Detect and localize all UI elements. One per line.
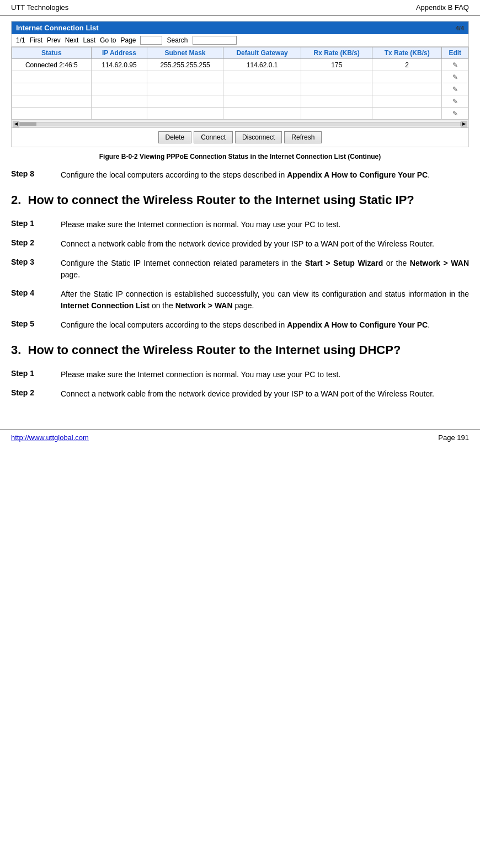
s3-step-2-block: Step 2 Connect a network cable from the … — [11, 388, 469, 400]
page-header: UTT Technologies Appendix B FAQ — [0, 0, 480, 15]
table-cell — [12, 71, 92, 83]
connection-list-title: Internet Connection List — [16, 24, 99, 32]
s2-step-3-label: Step 3 — [11, 258, 61, 281]
col-ip-address: IP Address — [91, 47, 147, 59]
edit-cell[interactable]: ✎ — [442, 71, 468, 83]
edit-cell[interactable]: ✎ — [442, 95, 468, 108]
table-cell — [147, 83, 223, 95]
search-label: Search — [167, 36, 188, 44]
table-cell: 2 — [372, 59, 442, 71]
horizontal-scrollbar[interactable]: ◀ ▶ — [12, 120, 468, 127]
page-content: Internet Connection List 4/4 1/1 First P… — [0, 15, 480, 419]
s2-step-4-block: Step 4 After the Static IP connection is… — [11, 288, 469, 312]
section-3-number: 3. — [11, 343, 21, 357]
table-cell — [223, 95, 301, 108]
table-cell — [223, 71, 301, 83]
section-2-heading: 2. How to connect the Wireless Router to… — [11, 192, 469, 209]
section-3-heading: 3. How to connect the Wireless Router to… — [11, 342, 469, 359]
s3-step-2-text: Connect a network cable from the network… — [61, 388, 469, 400]
table-header-row: Status IP Address Subnet Mask Default Ga… — [12, 47, 468, 59]
connect-button[interactable]: Connect — [194, 131, 233, 143]
table-cell — [372, 95, 442, 108]
col-rx-rate: Rx Rate (KB/s) — [301, 47, 372, 59]
table-cell — [372, 71, 442, 83]
table-cell — [147, 108, 223, 120]
col-subnet-mask: Subnet Mask — [147, 47, 223, 59]
table-row: ✎ — [12, 83, 468, 95]
table-cell: Connected 2:46:5 — [12, 59, 92, 71]
table-cell: 114.62.0.1 — [223, 59, 301, 71]
table-cell — [223, 108, 301, 120]
connection-list-widget: Internet Connection List 4/4 1/1 First P… — [11, 21, 469, 147]
pagination-last[interactable]: Last — [83, 36, 95, 44]
edit-cell[interactable]: ✎ — [442, 59, 468, 71]
table-cell: 255.255.255.255 — [147, 59, 223, 71]
pagination-next[interactable]: Next — [65, 36, 79, 44]
table-cell — [12, 95, 92, 108]
step-8-text: Configure the local computers according … — [61, 169, 469, 181]
goto-label: Go to — [100, 36, 116, 44]
pagination-prev[interactable]: Prev — [47, 36, 61, 44]
section-3-title: How to connect the Wireless Router to th… — [28, 343, 401, 357]
refresh-button[interactable]: Refresh — [284, 131, 322, 143]
figure-caption: Figure B-0-2 Viewing PPPoE Connection St… — [11, 153, 469, 160]
table-cell — [91, 95, 147, 108]
s2-step-1-label: Step 1 — [11, 219, 61, 231]
table-row: ✎ — [12, 108, 468, 120]
s2-step-2-label: Step 2 — [11, 238, 61, 250]
page-count-badge: 4/4 — [456, 25, 464, 31]
table-cell — [372, 83, 442, 95]
scroll-track[interactable] — [19, 122, 461, 126]
table-cell — [147, 71, 223, 83]
table-row: ✎ — [12, 95, 468, 108]
s2-step-3-text: Configure the Static IP Internet connect… — [61, 258, 469, 281]
connection-table: Status IP Address Subnet Mask Default Ga… — [12, 47, 468, 120]
pagination-bar: 1/1 First Prev Next Last Go to Page Sear… — [12, 34, 468, 47]
s2-step-2-text: Connect a network cable from the network… — [61, 238, 469, 250]
s2-step-4-text: After the Static IP connection is establ… — [61, 288, 469, 312]
footer-link[interactable]: http://www.uttglobal.com — [11, 433, 89, 442]
table-cell — [301, 83, 372, 95]
edit-cell[interactable]: ✎ — [442, 83, 468, 95]
col-tx-rate: Tx Rate (KB/s) — [372, 47, 442, 59]
header-left: UTT Technologies — [11, 3, 68, 12]
page-label: Page — [120, 36, 136, 44]
s2-step-5-block: Step 5 Configure the local computers acc… — [11, 319, 469, 331]
pagination-first[interactable]: First — [30, 36, 42, 44]
table-cell — [372, 108, 442, 120]
step-8-label: Step 8 — [11, 169, 61, 181]
table-wrapper: Status IP Address Subnet Mask Default Ga… — [12, 47, 468, 120]
disconnect-button[interactable]: Disconnect — [235, 131, 282, 143]
step-8-block: Step 8 Configure the local computers acc… — [11, 169, 469, 181]
table-cell — [147, 95, 223, 108]
page-footer: http://www.uttglobal.com Page 191 — [0, 430, 480, 445]
s2-step-1-text: Please make sure the Internet connection… — [61, 219, 469, 231]
search-input[interactable] — [193, 36, 237, 45]
delete-button[interactable]: Delete — [158, 131, 192, 143]
scroll-thumb[interactable] — [20, 122, 36, 126]
s3-step-1-label: Step 1 — [11, 369, 61, 381]
table-row: Connected 2:46:5114.62.0.95255.255.255.2… — [12, 59, 468, 71]
s2-step-2-block: Step 2 Connect a network cable from the … — [11, 238, 469, 250]
s2-step-5-label: Step 5 — [11, 319, 61, 331]
col-default-gateway: Default Gateway — [223, 47, 301, 59]
scroll-right-arrow[interactable]: ▶ — [461, 121, 467, 127]
table-cell — [223, 83, 301, 95]
s3-step-1-block: Step 1 Please make sure the Internet con… — [11, 369, 469, 381]
header-right: Appendix B FAQ — [416, 3, 469, 12]
table-row: ✎ — [12, 71, 468, 83]
table-cell: 114.62.0.95 — [91, 59, 147, 71]
page-input[interactable] — [140, 36, 162, 45]
table-cell: 175 — [301, 59, 372, 71]
table-cell — [91, 83, 147, 95]
table-cell — [301, 71, 372, 83]
col-status: Status — [12, 47, 92, 59]
edit-cell[interactable]: ✎ — [442, 108, 468, 120]
s3-step-1-text: Please make sure the Internet connection… — [61, 369, 469, 381]
s2-step-4-label: Step 4 — [11, 288, 61, 312]
s2-step-3-block: Step 3 Configure the Static IP Internet … — [11, 258, 469, 281]
table-cell — [301, 95, 372, 108]
scroll-left-arrow[interactable]: ◀ — [13, 121, 19, 127]
table-cell — [301, 108, 372, 120]
section-2-number: 2. — [11, 193, 21, 207]
